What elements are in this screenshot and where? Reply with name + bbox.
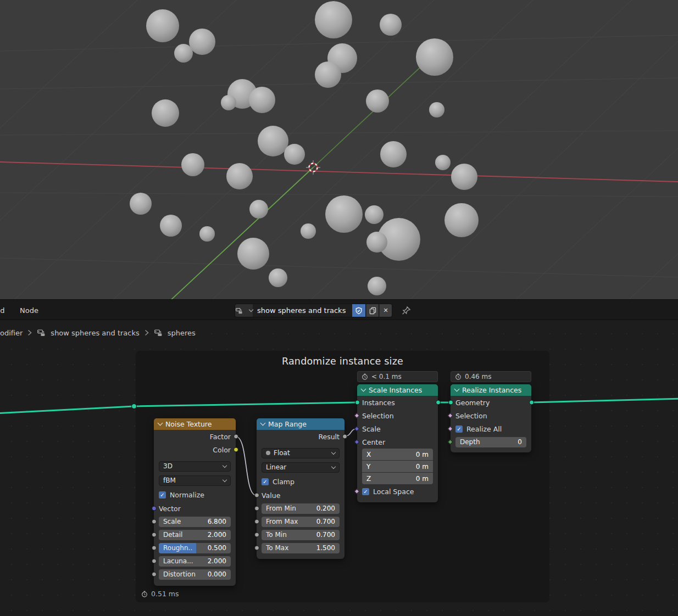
lacunarity-input-socket[interactable] xyxy=(152,559,157,564)
y-field[interactable]: Y 0 m xyxy=(362,461,433,472)
breadcrumb-modifier[interactable]: odifier xyxy=(0,329,23,337)
detail-slider[interactable]: Detail 2.000 xyxy=(159,530,231,540)
breadcrumb-tree[interactable]: show spheres and tracks xyxy=(51,329,139,337)
menu-node[interactable]: Node xyxy=(16,300,42,321)
sphere[interactable] xyxy=(380,14,402,36)
sphere[interactable] xyxy=(380,141,407,167)
sphere[interactable] xyxy=(221,95,236,110)
roughness-input-socket[interactable] xyxy=(152,546,157,551)
menu-add-partial[interactable]: dd xyxy=(0,300,8,321)
sphere[interactable] xyxy=(368,277,386,295)
node-editor-canvas[interactable]: odifier show spheres and tracks spheres … xyxy=(0,320,678,616)
geometry-input-socket[interactable] xyxy=(448,400,453,405)
instances-input-socket[interactable] xyxy=(355,400,360,405)
result-output-socket[interactable] xyxy=(342,434,347,439)
sphere[interactable] xyxy=(160,215,182,237)
sphere[interactable] xyxy=(365,205,384,224)
from-min-input-socket[interactable] xyxy=(254,506,259,511)
sphere[interactable] xyxy=(416,38,453,76)
breadcrumb-subtree[interactable]: spheres xyxy=(168,329,196,337)
dimensions-dropdown[interactable]: 3D xyxy=(159,461,231,472)
noise-type-dropdown[interactable]: fBM xyxy=(159,475,231,486)
instances-output-socket[interactable] xyxy=(436,400,441,405)
from-min-slider[interactable]: From Min 0.200 xyxy=(262,503,340,514)
sphere[interactable] xyxy=(152,99,179,127)
sphere[interactable] xyxy=(444,203,479,237)
sphere[interactable] xyxy=(181,153,204,176)
from-max-slider[interactable]: From Max 0.700 xyxy=(262,517,340,527)
node-tree-name-field[interactable]: show spheres and tracks xyxy=(253,304,352,317)
to-max-slider[interactable]: To Max 1.500 xyxy=(262,543,340,553)
color-output-socket[interactable] xyxy=(234,447,238,452)
sphere[interactable] xyxy=(199,226,215,242)
viewport-3d[interactable] xyxy=(0,0,678,299)
sphere[interactable] xyxy=(226,163,253,189)
to-max-input-socket[interactable] xyxy=(254,546,259,551)
node-noise-texture[interactable]: Noise Texture Factor Color 3D fBM xyxy=(154,418,236,586)
node-header[interactable]: Map Range xyxy=(257,418,344,430)
node-map-range[interactable]: Map Range Result Float Linear xyxy=(257,418,344,559)
sphere[interactable] xyxy=(146,9,179,42)
socket-label: Vector xyxy=(159,505,181,513)
interpolation-dropdown[interactable]: Linear xyxy=(262,462,340,473)
sphere[interactable] xyxy=(315,1,352,38)
node-scale-instances[interactable]: Scale Instances Instances Selection Scal… xyxy=(357,384,438,502)
distortion-input-socket[interactable] xyxy=(152,572,157,577)
local-space-checkbox[interactable]: ✓ xyxy=(362,488,369,495)
sphere[interactable] xyxy=(301,223,316,239)
sphere[interactable] xyxy=(325,195,363,233)
sphere[interactable] xyxy=(366,89,389,113)
realize-all-checkbox[interactable]: ✓ xyxy=(455,425,463,433)
sphere[interactable] xyxy=(366,232,387,253)
z-field[interactable]: Z 0 m xyxy=(362,473,433,484)
to-min-slider[interactable]: To Min 0.700 xyxy=(262,530,340,540)
vector-input-socket[interactable] xyxy=(152,506,157,511)
distortion-slider[interactable]: Distortion 0.000 xyxy=(159,569,231,580)
x-field[interactable]: X 0 m xyxy=(362,449,433,460)
collapse-chevron-icon[interactable] xyxy=(158,421,163,426)
sphere[interactable] xyxy=(237,238,269,270)
to-min-input-socket[interactable] xyxy=(254,533,259,537)
node-header[interactable]: Realize Instances xyxy=(451,384,531,396)
geometry-output-socket[interactable] xyxy=(529,400,534,405)
clamp-checkbox[interactable]: ✓ xyxy=(262,478,269,485)
sphere[interactable] xyxy=(174,44,193,63)
sphere[interactable] xyxy=(435,155,451,170)
pin-button[interactable] xyxy=(400,304,412,317)
data-type-dropdown[interactable]: Float xyxy=(262,448,340,458)
viewport-canvas[interactable] xyxy=(0,0,678,299)
collapse-chevron-icon[interactable] xyxy=(260,421,266,426)
sphere[interactable] xyxy=(130,193,152,215)
detail-input-socket[interactable] xyxy=(152,533,157,537)
sphere[interactable] xyxy=(284,144,305,165)
factor-output-socket[interactable] xyxy=(234,434,238,439)
sphere[interactable] xyxy=(451,164,477,190)
sphere[interactable] xyxy=(315,61,341,88)
to-max-row: To Max 1.500 xyxy=(257,541,344,555)
sphere[interactable] xyxy=(249,87,275,113)
from-max-input-socket[interactable] xyxy=(254,519,259,524)
sphere[interactable] xyxy=(249,200,268,219)
sphere[interactable] xyxy=(189,29,215,55)
checkbox-label: Normalize xyxy=(170,491,204,499)
roughness-slider[interactable]: Roughn.. 0.500 xyxy=(159,543,231,553)
scale-slider[interactable]: Scale 6.800 xyxy=(159,517,231,527)
sphere[interactable] xyxy=(258,126,288,156)
duplicate-data-button[interactable] xyxy=(366,304,379,317)
fake-user-toggle[interactable] xyxy=(352,304,366,317)
lacunarity-slider[interactable]: Lacuna... 2.000 xyxy=(159,556,231,567)
browse-node-tree-button[interactable] xyxy=(235,304,253,317)
node-header[interactable]: Noise Texture xyxy=(154,418,236,430)
depth-field[interactable]: Depth 0 xyxy=(455,437,526,447)
sphere[interactable] xyxy=(429,102,444,117)
scale-input-socket[interactable] xyxy=(152,519,157,524)
collapse-chevron-icon[interactable] xyxy=(361,387,366,392)
sphere[interactable] xyxy=(269,268,287,287)
node-realize-instances[interactable]: Realize Instances Geometry Selection ✓ R… xyxy=(451,384,531,452)
node-title: Realize Instances xyxy=(462,386,521,394)
value-input-socket[interactable] xyxy=(254,493,259,498)
collapse-chevron-icon[interactable] xyxy=(454,387,460,392)
normalize-checkbox[interactable]: ✓ xyxy=(159,491,166,499)
unlink-data-button[interactable]: ✕ xyxy=(379,304,392,317)
node-header[interactable]: Scale Instances xyxy=(357,384,438,396)
